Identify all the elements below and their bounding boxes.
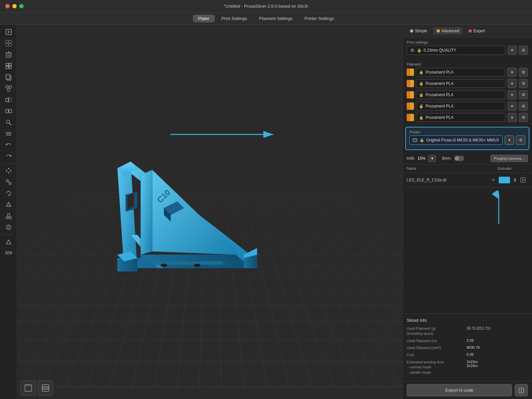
info-row-time: Estimated printing time: - normal mode -… — [407, 360, 528, 375]
printer-row: 🔒 Original Prusa i3 MK3S & MK3S+ MMU3 ▾ … — [409, 135, 525, 145]
mode-expert[interactable]: Expert — [465, 27, 488, 35]
col-extruder: Extruder — [491, 166, 518, 170]
info-row-filament-g: Used Filament (g)(including spool) 10.71… — [407, 326, 528, 336]
svg-rect-47 — [6, 252, 12, 254]
select-icon[interactable] — [2, 38, 15, 49]
print-settings-dropdown[interactable]: ▾ — [507, 46, 517, 55]
perspective-btn[interactable] — [21, 380, 36, 396]
rotate-icon[interactable] — [2, 188, 15, 199]
printer-gear[interactable]: ⚙ — [516, 135, 525, 145]
row-filename: LEG_ELE_R_C10a.stl — [407, 178, 491, 182]
export-icon-btn[interactable] — [515, 384, 528, 396]
layers-view-btn[interactable] — [38, 380, 53, 396]
layers-icon[interactable] — [2, 128, 15, 139]
mirror-icon[interactable] — [2, 95, 15, 105]
filament-gear-5[interactable]: ⚙ — [519, 113, 528, 122]
lock-icon-4: 🔒 — [419, 104, 424, 108]
toolbar-sep-2 — [3, 234, 15, 235]
filament-input-2[interactable]: 🔒 Prusament PLA — [416, 79, 505, 88]
printer-dropdown[interactable]: ▾ — [505, 135, 514, 145]
copy-icon[interactable] — [2, 72, 15, 83]
filament-dropdown-4[interactable]: ▾ — [507, 101, 517, 111]
brim-toggle[interactable] — [454, 156, 464, 161]
tab-filament-settings[interactable]: Filament Settings — [254, 15, 298, 22]
printer-lock-icon: 🔒 — [420, 138, 424, 142]
filament-dropdown-3[interactable]: ▾ — [507, 90, 517, 100]
tab-plater[interactable]: Plater — [193, 15, 215, 22]
filament-color-5 — [407, 114, 414, 121]
svg-marker-94 — [520, 391, 522, 392]
row-action-btn[interactable] — [518, 177, 528, 183]
visibility-icon[interactable]: 👁 — [491, 178, 495, 182]
extruder-color-swatch[interactable] — [499, 177, 510, 183]
filament-row-3: 🔒 Prusament PLA ▾ ⚙ — [407, 90, 528, 100]
paint-icon[interactable] — [2, 222, 15, 233]
extruder-number: 3 — [511, 178, 518, 182]
close-button[interactable] — [5, 4, 10, 8]
ruler-icon[interactable] — [2, 248, 15, 258]
printer-input[interactable]: 🔒 Original Prusa i3 MK3S & MK3S+ MMU3 — [409, 135, 503, 145]
print-settings-gear[interactable]: ⚙ — [519, 46, 528, 55]
filament-input-1[interactable]: 🔒 Prusament PLA — [416, 68, 505, 77]
title-bar: *Untitled - PrusaSlicer-2.6.0 based on S… — [0, 0, 532, 13]
mode-simple[interactable]: Simple — [407, 27, 431, 35]
svg-point-20 — [7, 89, 10, 92]
svg-rect-12 — [6, 63, 8, 66]
viewport[interactable]: C10 — [17, 25, 402, 399]
move-icon[interactable] — [2, 165, 15, 176]
mode-advanced[interactable]: Advanced — [433, 27, 463, 35]
tab-print-settings[interactable]: Print Settings — [216, 15, 252, 22]
filament-dropdown-5[interactable]: ▾ — [507, 113, 517, 122]
traffic-lights — [5, 4, 24, 8]
print-settings-input[interactable]: 🔒 0.15mm QUALITY — [407, 46, 505, 55]
left-toolbar — [0, 25, 17, 399]
filament-gear-4[interactable]: ⚙ — [519, 101, 528, 111]
lock-icon-2: 🔒 — [419, 82, 424, 86]
svg-marker-34 — [8, 168, 10, 169]
info-val-3: 0.39 — [466, 352, 473, 357]
minimize-button[interactable] — [12, 4, 17, 8]
filament-color-2 — [407, 80, 414, 87]
filament-input-4[interactable]: 🔒 Prusament PLA — [416, 102, 505, 110]
brim-label: Brim: — [442, 156, 452, 161]
support-icon[interactable] — [2, 211, 15, 221]
add-object-icon[interactable] — [2, 27, 15, 37]
maximize-button[interactable] — [19, 4, 24, 8]
svg-rect-39 — [9, 182, 11, 184]
filament-input-5[interactable]: 🔒 Prusament PLA — [416, 113, 505, 122]
filament-color-4 — [407, 102, 414, 110]
col-name: Name — [407, 166, 491, 170]
instance-icon[interactable] — [2, 83, 15, 94]
seam-icon[interactable] — [2, 236, 15, 247]
advanced-label: Advanced — [442, 29, 459, 33]
split-icon[interactable] — [2, 106, 15, 116]
export-gcode-btn[interactable]: Export G-code — [407, 384, 512, 396]
svg-marker-61 — [141, 170, 152, 255]
filament-dropdown-2[interactable]: ▾ — [507, 79, 517, 88]
svg-marker-36 — [6, 170, 7, 172]
search-icon[interactable] — [2, 117, 15, 128]
filament-gear-3[interactable]: ⚙ — [519, 90, 528, 100]
redo-icon[interactable] — [2, 151, 15, 162]
delete-icon[interactable] — [2, 49, 15, 60]
infill-dropdown[interactable]: ▾ — [428, 155, 436, 162]
svg-point-27 — [6, 120, 10, 123]
scale-icon[interactable] — [2, 177, 15, 187]
table-row: LEG_ELE_R_C10a.stl 👁 3 — [403, 173, 532, 187]
advanced-dot — [437, 29, 440, 33]
filament-gear-1[interactable]: ⚙ — [519, 68, 528, 77]
place-icon[interactable] — [2, 199, 15, 210]
tab-printer-settings[interactable]: Printer Settings — [299, 15, 339, 22]
purging-volumes-btn[interactable]: Purging volumes... — [490, 155, 528, 162]
printer-icon — [412, 137, 418, 143]
filament-dropdown-1[interactable]: ▾ — [507, 68, 517, 77]
infill-label: Infill: — [407, 156, 415, 161]
expert-dot — [468, 29, 472, 33]
filament-input-3[interactable]: 🔒 Prusament PLA — [416, 91, 505, 99]
arrange-icon[interactable] — [2, 61, 15, 71]
expert-label: Expert — [473, 29, 485, 33]
svg-rect-14 — [6, 66, 8, 69]
filament-gear-2[interactable]: ⚙ — [519, 79, 528, 88]
filament-color-3 — [407, 91, 414, 99]
undo-icon[interactable] — [2, 140, 15, 150]
